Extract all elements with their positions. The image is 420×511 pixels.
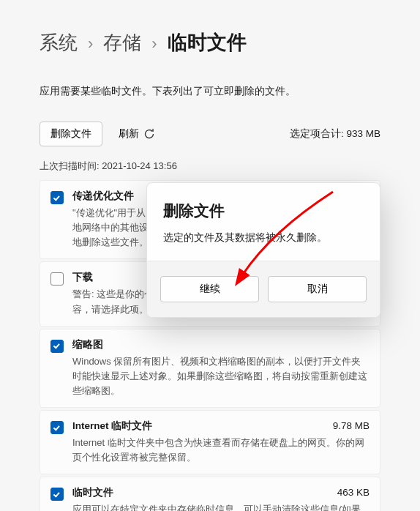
delete-files-button[interactable]: 删除文件 (40, 122, 102, 146)
item-title: 传递优化文件 (72, 190, 134, 203)
item-desc: Internet 临时文件夹中包含为快速查看而存储在硬盘上的网页。你的网页个性化… (72, 436, 370, 465)
breadcrumb: 系统 › 存储 › 临时文件 (40, 29, 380, 56)
checkbox[interactable] (50, 340, 64, 353)
item-desc: Windows 保留所有图片、视频和文档缩略图的副本，以便打开文件夹时能快速显示… (72, 354, 370, 398)
item-desc: 应用可以在特定文件夹中存储临时信息。可以手动清除这些信息(如果应用未自动将其清除… (72, 502, 370, 511)
checkbox[interactable] (50, 191, 64, 204)
chevron-right-icon: › (88, 34, 93, 53)
dialog-message: 选定的文件及其数据将被永久删除。 (163, 231, 364, 245)
refresh-label: 刷新 (119, 127, 139, 141)
last-scan-time: 上次扫描时间: 2021-10-24 13:56 (40, 160, 380, 173)
item-title: 下载 (72, 271, 93, 284)
breadcrumb-current: 临时文件 (168, 29, 247, 56)
page-description: 应用需要某些临时文件。下表列出了可立即删除的文件。 (40, 85, 380, 98)
list-item[interactable]: 临时文件 463 KB 应用可以在特定文件夹中存储临时信息。可以手动清除这些信息… (40, 477, 380, 511)
selected-total: 选定项合计: 933 MB (290, 127, 380, 141)
list-item[interactable]: 缩略图 Windows 保留所有图片、视频和文档缩略图的副本，以便打开文件夹时能… (40, 329, 380, 408)
breadcrumb-storage[interactable]: 存储 (103, 30, 141, 56)
delete-confirm-dialog: 删除文件 选定的文件及其数据将被永久删除。 继续 取消 (146, 182, 380, 318)
cancel-button[interactable]: 取消 (268, 276, 367, 302)
continue-button[interactable]: 继续 (160, 276, 259, 302)
chevron-right-icon: › (151, 34, 157, 53)
checkbox[interactable] (50, 421, 64, 434)
item-title: 缩略图 (72, 338, 103, 351)
refresh-button[interactable]: 刷新 (111, 122, 162, 146)
item-size: 463 KB (337, 487, 370, 498)
refresh-icon (143, 128, 155, 140)
item-title: 临时文件 (72, 486, 113, 499)
item-title: Internet 临时文件 (72, 419, 152, 433)
item-size: 9.78 MB (333, 420, 370, 431)
checkbox[interactable] (50, 488, 64, 501)
list-item[interactable]: Internet 临时文件 9.78 MB Internet 临时文件夹中包含为… (40, 410, 380, 474)
checkbox[interactable] (50, 272, 64, 286)
breadcrumb-root[interactable]: 系统 (40, 30, 78, 56)
dialog-title: 删除文件 (163, 201, 364, 221)
